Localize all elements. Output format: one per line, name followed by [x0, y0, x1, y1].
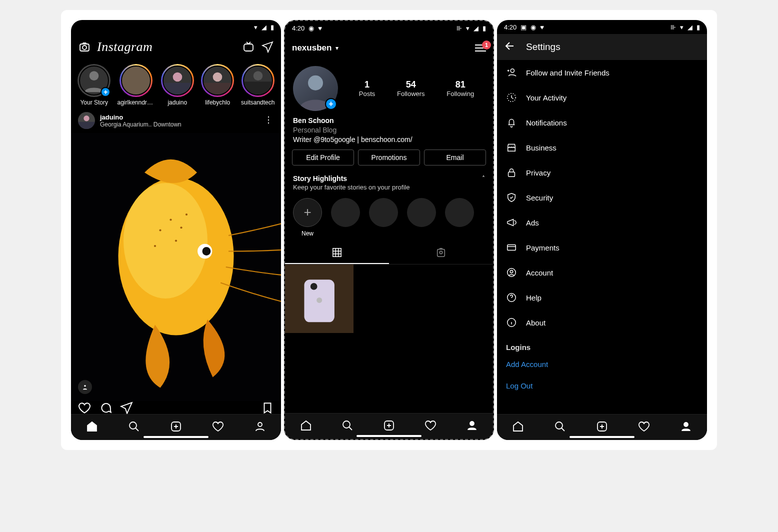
post-username[interactable]: jaduino [100, 114, 182, 121]
add-story-icon[interactable]: + [100, 87, 110, 97]
post-header[interactable]: jaduino Georgia Aquarium.. Downtown ⋯ [71, 108, 281, 133]
stat-posts[interactable]: 1 Posts [359, 80, 376, 98]
post-avatar[interactable] [78, 112, 95, 129]
settings-item-security[interactable]: Security [497, 185, 707, 210]
log-out-link[interactable]: Log Out [497, 375, 707, 396]
highlight-placeholder [331, 198, 360, 227]
direct-icon[interactable] [261, 40, 274, 54]
heart-status-icon: ♥ [318, 24, 322, 32]
chevron-down-icon[interactable]: ▾ [336, 44, 338, 52]
nav-home-icon[interactable] [512, 420, 524, 434]
nav-add-icon[interactable] [383, 420, 395, 434]
lock-icon [506, 167, 517, 178]
svg-point-34 [316, 298, 322, 303]
post-thumbnail[interactable] [285, 264, 354, 333]
profile-name: Ben Schoon [293, 116, 485, 126]
status-bar: 4:20 ▣ ◉ ♥ ⊪ ▾ ◢ ▮ [497, 20, 707, 34]
profile-buttons: Edit Profile Promotions Email [285, 150, 493, 172]
post-location[interactable]: Georgia Aquarium.. Downtown [100, 121, 182, 128]
settings-item-account[interactable]: Account [497, 260, 707, 285]
tab-tagged[interactable] [389, 242, 493, 264]
nav-search-icon[interactable] [342, 420, 354, 434]
stat-following[interactable]: 81 Following [446, 80, 474, 98]
highlight-placeholder [369, 198, 398, 227]
svg-point-3 [90, 71, 99, 80]
nav-add-icon[interactable] [596, 420, 608, 434]
nav-add-icon[interactable] [170, 420, 182, 434]
svg-point-35 [343, 421, 350, 428]
svg-rect-12 [78, 122, 95, 129]
svg-rect-0 [80, 44, 89, 51]
post-actions [71, 401, 281, 414]
edit-profile-button[interactable]: Edit Profile [292, 150, 354, 166]
settings-item-payments[interactable]: Payments [497, 235, 707, 260]
battery-icon: ▮ [482, 24, 486, 32]
camera-icon[interactable] [78, 40, 91, 54]
settings-item-privacy[interactable]: Privacy [497, 160, 707, 185]
svg-rect-40 [508, 172, 515, 176]
chevron-up-icon[interactable]: ˄ [482, 175, 485, 182]
signal-icon: ◢ [262, 24, 266, 31]
story-item[interactable]: jaduino [160, 64, 195, 106]
svg-point-25 [130, 422, 136, 429]
svg-point-27 [258, 422, 262, 426]
wifi-icon: ▾ [680, 24, 684, 31]
nav-home-icon[interactable] [300, 420, 312, 434]
feed-screen: ▾ ◢ ▮ Instagram + Your Story agirlkenndr… [71, 20, 281, 440]
svg-rect-4 [122, 66, 150, 94]
nav-activity-icon[interactable] [212, 420, 224, 434]
signal-icon: ◢ [688, 24, 692, 31]
nav-home-icon[interactable] [86, 420, 98, 434]
svg-point-37 [470, 422, 474, 426]
back-icon[interactable] [504, 40, 516, 54]
settings-item-follow-invite[interactable]: Follow and Invite Friends [497, 60, 707, 85]
promotions-button[interactable]: Promotions [358, 150, 420, 166]
menu-button[interactable]: 1 [475, 44, 486, 52]
story-item[interactable]: agirlkenndre… [118, 64, 154, 106]
email-button[interactable]: Email [424, 150, 486, 166]
settings-item-notifications[interactable]: Notifications [497, 110, 707, 135]
nav-profile-icon[interactable] [680, 420, 692, 434]
svg-point-48 [684, 422, 688, 426]
profile-avatar[interactable]: + [293, 66, 338, 111]
svg-point-30 [440, 251, 442, 254]
nav-profile-icon[interactable] [254, 420, 266, 434]
status-bar: 4:20 ◉ ♥ ⊪ ▾ ◢ ▮ [285, 21, 493, 35]
home-indicator [570, 436, 634, 438]
nav-search-icon[interactable] [128, 420, 140, 434]
nav-profile-icon[interactable] [466, 420, 478, 434]
info-icon [506, 317, 517, 328]
story-item[interactable]: lifebychlo [200, 64, 235, 106]
igtv-icon[interactable] [242, 40, 255, 54]
status-time: 4:20 [504, 24, 516, 31]
stat-followers[interactable]: 54 Followers [397, 80, 425, 98]
settings-item-activity[interactable]: Your Activity [497, 85, 707, 110]
settings-item-business[interactable]: Business [497, 135, 707, 160]
story-your-story[interactable]: + Your Story [77, 64, 112, 106]
highlight-new[interactable]: + New [293, 198, 322, 237]
tab-grid[interactable] [285, 242, 389, 264]
settings-header: Settings [497, 34, 707, 60]
settings-item-about[interactable]: About [497, 310, 707, 335]
highlights-subtitle: Keep your favorite stories on your profi… [285, 184, 493, 196]
post-more-icon[interactable]: ⋯ [264, 116, 274, 126]
feed-header: Instagram [71, 34, 281, 60]
nav-activity-icon[interactable] [638, 420, 650, 434]
add-account-link[interactable]: Add Account [497, 354, 707, 375]
add-story-icon[interactable]: + [325, 98, 337, 110]
user-icon [506, 267, 517, 278]
nav-activity-icon[interactable] [424, 420, 436, 434]
profile-username[interactable]: nexusben [292, 43, 332, 53]
signal-icon: ◢ [474, 24, 478, 32]
post-image[interactable] [71, 133, 281, 401]
grid-icon [332, 247, 342, 258]
nav-search-icon[interactable] [554, 420, 566, 434]
story-item[interactable]: suitsandtech [241, 64, 276, 106]
settings-item-ads[interactable]: Ads [497, 210, 707, 235]
svg-point-46 [556, 422, 562, 429]
image-status-icon: ▣ [520, 24, 526, 31]
spotify-icon: ◉ [530, 24, 536, 31]
highlights-header[interactable]: Story Highlights ˄ [285, 172, 493, 184]
settings-item-help[interactable]: Help [497, 285, 707, 310]
tagged-people-icon[interactable] [78, 380, 92, 394]
